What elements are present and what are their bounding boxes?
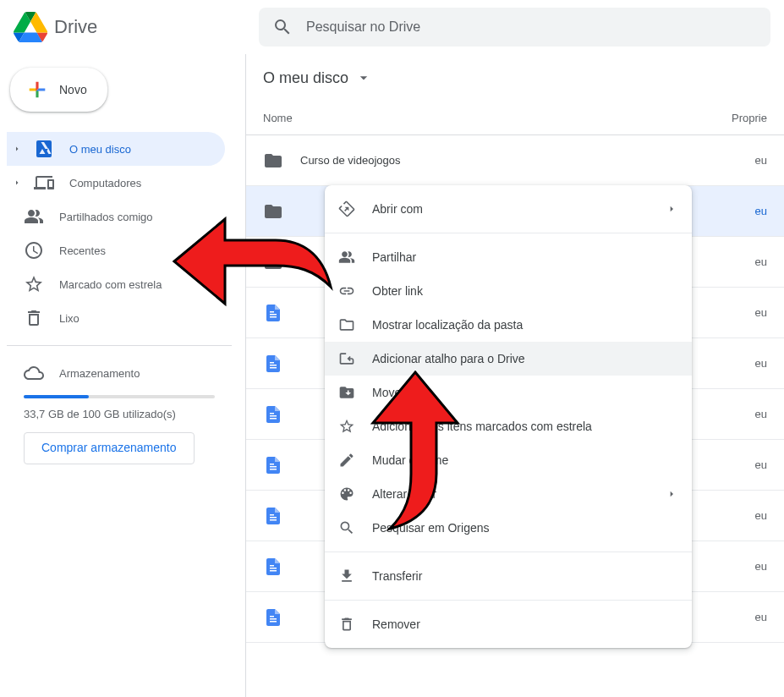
menu-item-label: Partilhar — [372, 250, 678, 264]
storage-used-text: 33,7 GB de 100 GB utilizado(s) — [24, 407, 215, 422]
file-owner: eu — [716, 611, 767, 623]
search-input[interactable] — [306, 19, 757, 35]
menu-item-label: Transferir — [372, 569, 678, 583]
plus-icon — [25, 78, 49, 102]
menu-item-star[interactable]: Adicionar aos itens marcados com estrela — [325, 409, 692, 443]
sidebar-item-shared[interactable]: Partilhados comigo — [7, 200, 225, 233]
chevron-right-icon — [665, 487, 678, 501]
new-button-label: Novo — [59, 83, 87, 96]
menu-divider — [325, 233, 692, 233]
menu-item-label: Alterar a cor — [372, 487, 648, 501]
dropdown-icon — [355, 69, 372, 86]
computers-icon — [34, 173, 54, 193]
sidebar-item-my-drive[interactable]: O meu disco — [7, 132, 225, 166]
breadcrumb-label: O meu disco — [263, 69, 348, 87]
menu-item-label: Adicionar aos itens marcados com estrela — [372, 420, 678, 433]
menu-item-palette[interactable]: Alterar a cor — [325, 477, 692, 511]
cloud-icon — [24, 363, 44, 383]
divider — [7, 345, 232, 346]
column-owner[interactable]: Proprie — [716, 112, 767, 124]
storage-section: Armazenamento 33,7 GB de 100 GB utilizad… — [7, 356, 232, 471]
menu-item-share[interactable]: Partilhar — [325, 240, 692, 274]
palette-icon — [338, 486, 355, 502]
file-owner: eu — [716, 560, 767, 573]
menu-item-label: Pesquisar em Origens — [372, 521, 678, 535]
sidebar-item-recent[interactable]: Recentes — [7, 233, 225, 267]
app-header: Drive — [0, 0, 784, 54]
menu-item-label: Remover — [372, 617, 678, 631]
chevron-right-icon — [665, 202, 678, 216]
file-owner: eu — [716, 154, 767, 167]
storage-bar — [24, 395, 215, 398]
menu-item-move-to[interactable]: Mover para — [325, 376, 692, 409]
link-icon — [338, 283, 355, 299]
menu-item-trash[interactable]: Remover — [325, 607, 692, 641]
star-icon — [338, 418, 355, 435]
app-title: Drive — [54, 16, 97, 38]
storage-fill — [24, 395, 89, 398]
search-icon — [272, 17, 293, 37]
menu-item-drive-shortcut[interactable]: Adicionar atalho para o Drive — [325, 342, 692, 376]
folder-open-icon — [338, 316, 355, 333]
file-owner: eu — [716, 458, 767, 471]
drive-logo-icon — [14, 12, 47, 42]
menu-item-label: Mudar o nome — [372, 453, 678, 467]
logo-area[interactable]: Drive — [14, 12, 259, 42]
menu-item-label: Mover para — [372, 386, 678, 399]
search-bar[interactable] — [259, 8, 770, 47]
move-to-icon — [338, 384, 355, 401]
sidebar-label: Partilhados comigo — [59, 211, 153, 223]
trash-icon — [24, 308, 44, 328]
file-owner: eu — [716, 509, 767, 522]
sidebar-label: O meu disco — [69, 143, 131, 156]
download-icon — [338, 568, 355, 584]
storage-label: Armazenamento — [59, 367, 140, 380]
breadcrumb[interactable]: O meu disco — [263, 69, 372, 87]
column-name[interactable]: Nome — [263, 112, 716, 124]
sidebar-label: Computadores — [69, 177, 141, 189]
sidebar-label: Lixo — [59, 312, 79, 325]
menu-item-link[interactable]: Obter link — [325, 274, 692, 308]
drive-shortcut-icon — [338, 350, 355, 367]
file-row[interactable]: Curso de videojogoseu — [246, 135, 784, 186]
clock-icon — [24, 240, 44, 261]
menu-divider — [325, 552, 692, 552]
chevron-right-icon — [12, 178, 22, 188]
sidebar-label: Recentes — [59, 244, 106, 257]
shared-icon — [24, 206, 44, 227]
new-button[interactable]: Novo — [10, 68, 107, 112]
sidebar-nav: O meu disco Computadores Partilhados com… — [7, 132, 232, 335]
star-icon — [24, 274, 44, 294]
buy-storage-button[interactable]: Comprar armazenamento — [24, 432, 195, 464]
menu-item-rename[interactable]: Mudar o nome — [325, 443, 692, 477]
sidebar-label: Marcado com estrela — [59, 278, 162, 291]
menu-item-folder-open[interactable]: Mostrar localização da pasta — [325, 308, 692, 342]
sidebar: Novo O meu disco Computadores Partilhado… — [0, 54, 245, 697]
sidebar-item-storage[interactable]: Armazenamento — [24, 363, 215, 383]
sidebar-item-trash[interactable]: Lixo — [7, 301, 225, 335]
chevron-right-icon — [12, 144, 22, 154]
sidebar-item-computers[interactable]: Computadores — [7, 166, 225, 200]
share-icon — [338, 249, 355, 266]
menu-item-download[interactable]: Transferir — [325, 559, 692, 593]
context-menu: Abrir comPartilharObter linkMostrar loca… — [325, 185, 692, 648]
sidebar-item-starred[interactable]: Marcado com estrela — [7, 267, 225, 301]
file-name: Curso de videojogos — [300, 154, 716, 167]
menu-item-search[interactable]: Pesquisar em Origens — [325, 511, 692, 545]
menu-item-label: Obter link — [372, 284, 678, 298]
file-owner: eu — [716, 255, 767, 268]
content-header: O meu disco — [246, 54, 784, 102]
menu-item-label: Mostrar localização da pasta — [372, 318, 678, 332]
drive-icon — [34, 139, 54, 159]
table-header: Nome Proprie — [246, 102, 784, 135]
menu-item-label: Adicionar atalho para o Drive — [372, 352, 678, 365]
file-owner: eu — [716, 205, 767, 217]
rename-icon — [338, 452, 355, 469]
menu-divider — [325, 600, 692, 601]
menu-item-label: Abrir com — [372, 202, 648, 216]
open-with-icon — [338, 200, 355, 217]
file-owner: eu — [716, 306, 767, 319]
file-owner: eu — [716, 357, 767, 370]
trash-icon — [338, 616, 355, 633]
menu-item-open-with[interactable]: Abrir com — [325, 192, 692, 226]
